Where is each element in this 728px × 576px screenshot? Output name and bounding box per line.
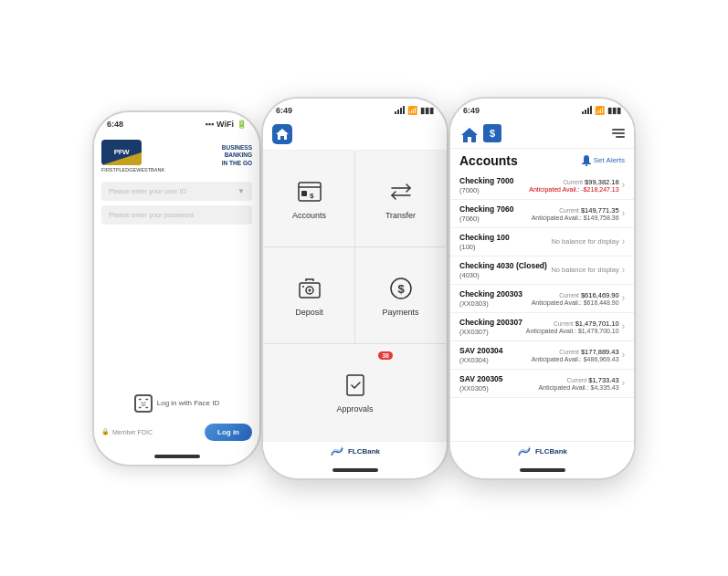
topbar-icons: $ <box>459 124 501 142</box>
home-indicator-mid <box>332 468 378 472</box>
svg-text:$: $ <box>397 282 405 296</box>
account-sub-200303: (XX0303) <box>459 299 532 308</box>
account-row-sav-200304[interactable]: SAV 200304 (XX0304) Current $177,889.43 … <box>450 341 634 370</box>
menu-item-transfer[interactable]: Transfer <box>355 151 446 246</box>
accounts-nav-icon[interactable]: $ <box>483 124 501 142</box>
logo-badge: PFW <box>101 140 142 165</box>
signal-icon-mid <box>395 106 405 114</box>
account-row-checking-7000[interactable]: Checking 7000 (7000) Current $99,382.18 … <box>450 172 634 200</box>
account-row-checking-4030[interactable]: Checking 4030 (Closed) (4030) No balance… <box>450 257 634 285</box>
deposit-icon <box>295 274 324 303</box>
account-row-checking-200303[interactable]: Checking 200303 (XX0303) Current $616,46… <box>450 285 634 313</box>
home-tab-icon[interactable] <box>272 124 292 144</box>
home-content: $ Accounts <box>263 119 447 462</box>
account-info-200303: Checking 200303 (XX0303) <box>459 289 532 308</box>
login-screen: PFW FIRSTPLEDGEWESTBANK BUSINESS BANKING… <box>94 132 259 448</box>
svg-rect-10 <box>301 191 307 196</box>
set-alerts-button[interactable]: Set Alerts <box>582 155 625 166</box>
menu-item-payments[interactable]: $ Payments <box>355 247 446 343</box>
account-info-100: Checking 100 (100) <box>459 233 551 251</box>
fdic-row: 🔒 Member FDIC Log in <box>101 424 252 441</box>
account-row-sav-200305[interactable]: SAV 200305 (XX0305) Current $1,733.43 An… <box>450 370 634 398</box>
accounts-content: $ Accounts Set Alert <box>450 119 634 462</box>
face-id-label: Log in with Face ID <box>157 399 219 407</box>
account-info-7000: Checking 7000 (7000) <box>459 176 529 194</box>
accounts-label: Accounts <box>292 211 326 220</box>
accounts-icon: $ <box>295 177 324 206</box>
account-row-checking-100[interactable]: Checking 100 (100) No balance for displa… <box>450 228 634 257</box>
transfer-icon <box>386 177 416 206</box>
chevron-4030: › <box>622 265 625 275</box>
signal-icon-left: ▪▪▪ <box>206 120 215 129</box>
svg-rect-0 <box>139 398 142 400</box>
transfer-label: Transfer <box>385 211 416 220</box>
svg-rect-18 <box>347 375 364 395</box>
flcbank-text-mid: FLCBank <box>348 447 380 456</box>
chevron-200303: › <box>622 293 625 303</box>
wifi-icon-mid: 📶 <box>407 106 417 115</box>
accounts-topbar: $ <box>450 119 634 149</box>
account-info-4030: Checking 4030 (Closed) (4030) <box>459 261 551 279</box>
account-info-200307: Checking 200307 (XX0307) <box>459 318 526 336</box>
wifi-icon-left: WiFi <box>216 120 234 129</box>
user-id-placeholder: Please enter your user ID <box>109 187 186 195</box>
account-balance-7000: Current $99,382.18 Anticipated Avail.: -… <box>529 178 618 193</box>
approvals-label: Approvals <box>336 404 373 414</box>
accounts-title-bar: Accounts Set Alerts <box>450 149 634 172</box>
chevron-sav200305: › <box>622 378 625 388</box>
account-sub-200307: (XX0307) <box>459 328 526 336</box>
account-balance-200307: Current $1,479,701.10 Anticipated Avail.… <box>526 319 619 334</box>
right-footer: FLCBank <box>450 441 634 462</box>
svg-point-15 <box>302 286 304 288</box>
svg-text:$: $ <box>310 192 314 200</box>
home-nav-icon[interactable] <box>459 124 480 142</box>
account-name-7000: Checking 7000 <box>459 176 529 186</box>
account-name-7060: Checking 7060 <box>459 204 532 215</box>
home-footer: FLCBank <box>263 442 447 462</box>
home-screen: $ Accounts <box>263 119 447 462</box>
face-id-icon <box>134 394 153 413</box>
menu-item-accounts[interactable]: $ Accounts <box>264 151 354 246</box>
account-balance-sav200305: Current $1,733.43 Anticipated Avail.: $4… <box>538 376 618 391</box>
account-balance-4030: No balance for display <box>551 266 618 274</box>
account-name-100: Checking 100 <box>459 233 551 243</box>
chevron-7060: › <box>622 208 625 218</box>
chevron-100: › <box>622 236 625 246</box>
bank-tagline: BUSINESS BANKING IN THE GO <box>222 144 252 167</box>
account-name-200303: Checking 200303 <box>459 289 532 299</box>
account-balance-100: No balance for display <box>551 237 618 246</box>
deposit-label: Deposit <box>295 308 323 317</box>
account-row-checking-200307[interactable]: Checking 200307 (XX0307) Current $1,479,… <box>450 313 634 341</box>
home-topbar <box>263 119 447 150</box>
user-id-field[interactable]: Please enter your user ID ▼ <box>101 182 252 201</box>
password-field[interactable]: Please enter your password <box>101 205 252 225</box>
phone-mid-header: 6:49 📶 ▮▮▮ <box>263 99 447 119</box>
approvals-icon <box>341 371 370 400</box>
lock-icon: 🔒 <box>101 428 110 435</box>
fdic-text: 🔒 Member FDIC <box>101 428 153 435</box>
payments-label: Payments <box>382 308 418 317</box>
menu-item-deposit[interactable]: Deposit <box>264 247 354 343</box>
phone-home: 6:49 📶 ▮▮▮ <box>261 97 448 480</box>
bank-full-name: FIRSTPLEDGEWESTBANK <box>101 167 164 173</box>
phone-accounts: 6:49 📶 ▮▮▮ <box>448 97 636 480</box>
menu-item-approvals[interactable]: 38 Approvals <box>264 344 446 440</box>
accounts-screen: $ Accounts Set Alert <box>450 119 634 462</box>
svg-rect-3 <box>145 406 148 408</box>
account-name-200307: Checking 200307 <box>459 318 526 328</box>
login-button[interactable]: Log in <box>205 424 252 441</box>
account-row-checking-7060[interactable]: Checking 7060 (7060) Current $149,771.35… <box>450 200 634 228</box>
flcbank-text-right: FLCBank <box>535 447 567 456</box>
svg-marker-7 <box>276 129 289 140</box>
scene: 6:48 ▪▪▪ WiFi 🔋 PFW FIRSTPLEDGEWESTBANK <box>92 97 636 480</box>
phone-login: 6:48 ▪▪▪ WiFi 🔋 PFW FIRSTPLEDGEWESTBANK <box>92 110 261 466</box>
account-sub-7060: (7060) <box>459 215 532 223</box>
account-sub-100: (100) <box>459 243 551 251</box>
time-right: 6:49 <box>463 106 480 115</box>
account-balance-7060: Current $149,771.35 Anticipated Avail.: … <box>532 206 619 221</box>
signal-icon-right <box>582 106 592 114</box>
phone-mid-bottom <box>263 462 447 478</box>
flcbank-logo-right: FLCBank <box>517 446 567 457</box>
phone-right-header: 6:49 📶 ▮▮▮ <box>450 99 634 119</box>
hamburger-menu-icon[interactable] <box>612 129 625 138</box>
